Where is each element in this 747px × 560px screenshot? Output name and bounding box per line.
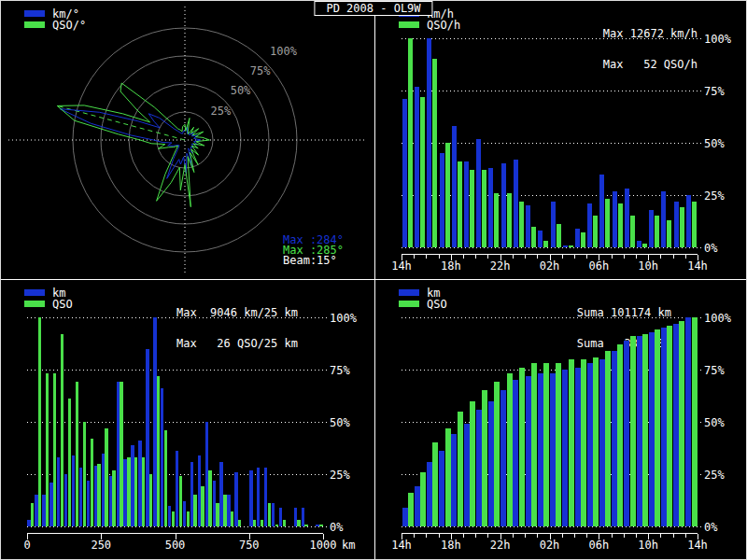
legend-item-qso-h: QSO/h <box>399 20 460 30</box>
bar-km <box>637 241 641 247</box>
y-axis-label: 75% <box>330 364 350 377</box>
x-axis-label: 14h <box>386 259 417 273</box>
y-axis-label: 25% <box>704 469 725 482</box>
km-color-swatch <box>399 289 419 296</box>
bar-qso <box>519 368 525 526</box>
bar-qso <box>432 442 438 526</box>
bar-qso <box>97 464 100 526</box>
bar-qso <box>655 216 659 247</box>
km-color-swatch <box>24 10 45 17</box>
bar-km <box>562 370 568 526</box>
distance-histogram-panel: km QSO Max 9046 km/25 km Max 26 QSO/25 k… <box>1 280 374 559</box>
bar-km <box>488 401 494 526</box>
bar-qso <box>268 503 271 526</box>
x-axis-label: 06h <box>583 539 614 552</box>
legend-label: QSO <box>52 298 73 311</box>
dist-max-values: Max 9046 km/25 km Max 26 QSO/25 km <box>55 287 298 370</box>
x-axis-label: 02h <box>534 539 566 552</box>
bar-km <box>587 203 592 247</box>
x-axis-label: 500 <box>160 539 191 552</box>
x-axis-tick <box>475 255 476 259</box>
x-axis-label: 1000 <box>307 539 339 552</box>
bar-qso <box>275 525 278 526</box>
x-axis-tick <box>513 255 514 259</box>
bar-qso <box>297 520 300 526</box>
x-axis-label: 14h <box>682 259 713 273</box>
bar-km <box>526 376 531 526</box>
bar-qso <box>127 457 130 526</box>
bar-km <box>439 451 444 526</box>
ring-label: 50% <box>231 84 251 97</box>
x-axis-tick <box>624 534 625 538</box>
legend-item-qso: QSO <box>399 299 447 309</box>
bar-qso <box>53 373 56 526</box>
y-axis-label: 75% <box>704 85 725 98</box>
bar-qso <box>667 326 672 526</box>
bar-qso <box>692 317 698 526</box>
bar-qso <box>543 363 549 526</box>
bar-qso <box>470 401 475 526</box>
legend-label: QSO <box>427 298 447 311</box>
x-axis-tick <box>487 255 488 259</box>
bar-qso <box>470 170 474 247</box>
grid-line <box>402 91 704 91</box>
legend-label: QSO/h <box>427 19 460 32</box>
y-axis-label: 0% <box>704 521 717 534</box>
bar-km <box>427 462 432 526</box>
bar-km <box>538 373 543 526</box>
x-axis-tick <box>537 255 538 259</box>
x-axis-tick <box>525 534 526 538</box>
vertical-divider <box>374 1 375 560</box>
bar-km <box>476 139 481 247</box>
x-axis-tick <box>562 534 563 538</box>
x-axis-tick <box>636 534 637 538</box>
bar-km <box>402 508 408 526</box>
bar-qso <box>223 495 226 526</box>
x-axis-label: 18h <box>435 259 467 273</box>
bar-qso <box>208 470 211 526</box>
bar-km <box>649 332 655 526</box>
cumulative-chart-panel: km QSO Suma 101174 km Suma 339 QSO 100%7… <box>375 280 747 559</box>
x-axis-tick <box>660 534 661 538</box>
bar-km <box>685 317 691 526</box>
bar-km <box>575 229 580 247</box>
max-qso-per-bin: Max 26 QSO/25 km <box>55 339 298 349</box>
x-axis-tick <box>463 534 464 538</box>
x-axis-tick <box>475 534 476 538</box>
bar-km <box>612 351 617 526</box>
bar-km <box>625 189 629 247</box>
contest-stats-screen: 25%50%75%100% km/° QSO/° Max :284° Max :… <box>0 0 747 560</box>
x-axis-tick <box>562 255 563 259</box>
bar-km <box>488 168 493 247</box>
bar-qso <box>557 224 561 247</box>
x-axis-unit: km <box>342 539 355 552</box>
grid-line <box>402 247 704 248</box>
y-axis-label: 100% <box>330 312 357 325</box>
bar-km <box>464 161 469 247</box>
x-axis-tick <box>414 534 415 538</box>
bar-qso <box>519 202 524 247</box>
bar-qso <box>581 359 586 526</box>
bar-qso <box>494 193 499 247</box>
title-box: PD 2008 - OL9W <box>314 1 432 16</box>
x-axis-label: 02h <box>534 259 566 273</box>
bar-qso <box>46 373 49 526</box>
x-axis-tick <box>685 534 686 538</box>
bar-qso <box>482 390 487 526</box>
bar-km <box>415 87 419 247</box>
x-axis-tick <box>586 255 587 259</box>
x-axis-label: 10h <box>632 539 664 552</box>
bar-km <box>624 341 629 526</box>
x-axis-label: 250 <box>85 539 117 552</box>
x-axis-tick <box>612 534 613 538</box>
ring-label: 25% <box>210 105 231 118</box>
x-axis-label: 750 <box>233 539 265 552</box>
x-axis-tick <box>673 534 674 538</box>
x-axis-tick <box>586 534 587 538</box>
bar-qso <box>408 38 413 247</box>
bar-qso <box>642 244 647 247</box>
x-axis-label: 0 <box>11 539 43 552</box>
dist-legend: km QSO <box>24 287 73 310</box>
bar-km <box>599 175 604 247</box>
x-axis-tick <box>537 534 538 538</box>
